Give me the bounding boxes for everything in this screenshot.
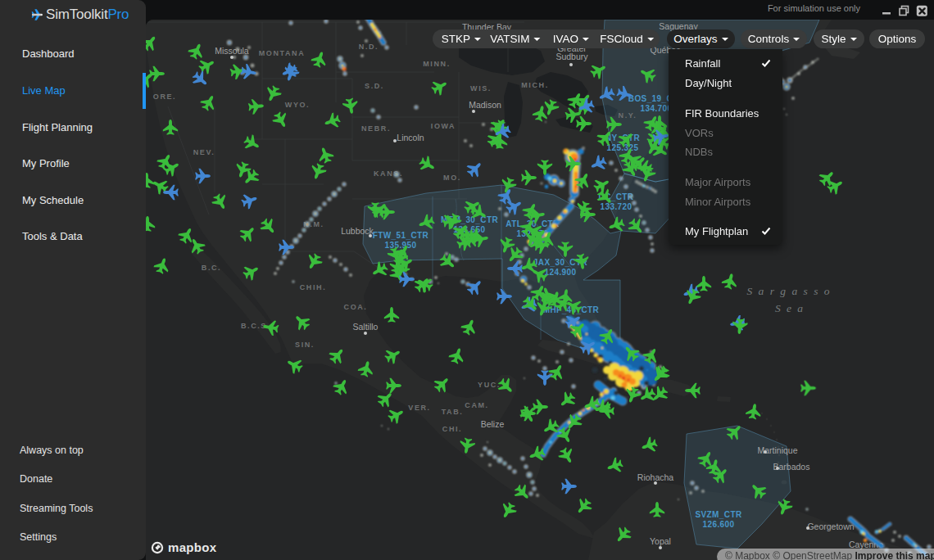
- svg-text:WIS.: WIS.: [470, 84, 492, 93]
- svg-text:N.D.: N.D.: [359, 43, 379, 51]
- svg-text:SIN.: SIN.: [295, 341, 315, 349]
- svg-text:MO.: MO.: [443, 174, 461, 182]
- svg-text:NEBR.: NEBR.: [361, 124, 391, 133]
- svg-text:133.720: 133.720: [601, 202, 632, 211]
- svg-text:N.Y.: N.Y.: [619, 111, 637, 120]
- svg-text:MICH.: MICH.: [521, 81, 549, 89]
- svg-text:Georgetown: Georgetown: [807, 522, 854, 531]
- svg-text:Barbados: Barbados: [773, 462, 810, 472]
- svg-text:Riohacha: Riohacha: [637, 472, 674, 482]
- svg-text:Sudbury: Sudbury: [555, 52, 588, 61]
- svg-text:CHI.: CHI.: [442, 425, 462, 433]
- svg-text:Missoula: Missoula: [215, 46, 249, 56]
- svg-text:COA.: COA.: [344, 303, 368, 311]
- svg-text:Lincoln: Lincoln: [397, 133, 424, 142]
- svg-text:IOWA: IOWA: [431, 122, 456, 130]
- svg-text:VER.: VER.: [408, 404, 430, 412]
- svg-text:Yopal: Yopal: [650, 536, 671, 546]
- svg-text:NEV.: NEV.: [193, 148, 215, 156]
- svg-text:ORE.: ORE.: [153, 93, 176, 101]
- svg-text:MONTANA: MONTANA: [259, 49, 306, 57]
- svg-text:CHIH.: CHIH.: [300, 283, 327, 291]
- svg-text:MINN.: MINN.: [423, 60, 451, 68]
- svg-text:Lubbock: Lubbock: [341, 226, 374, 236]
- svg-text:126.600: 126.600: [703, 520, 735, 529]
- svg-text:TAB.: TAB.: [442, 408, 464, 416]
- svg-text:Martinique: Martinique: [757, 445, 797, 455]
- svg-text:Madison: Madison: [469, 100, 501, 110]
- svg-text:135.950: 135.950: [385, 241, 417, 250]
- svg-text:S e a: S e a: [775, 302, 805, 314]
- svg-text:YUC.: YUC.: [478, 381, 501, 389]
- svg-text:Saltillo: Saltillo: [353, 322, 379, 332]
- svg-text:134.700: 134.700: [641, 104, 673, 113]
- svg-text:SVZM_CTR: SVZM_CTR: [695, 510, 741, 519]
- svg-text:FTW_51_CTR: FTW_51_CTR: [373, 231, 429, 240]
- svg-text:124.900: 124.900: [545, 268, 577, 277]
- svg-text:B.C.: B.C.: [202, 264, 221, 272]
- svg-text:WYO.: WYO.: [285, 101, 310, 109]
- svg-text:CAM.: CAM.: [465, 401, 488, 409]
- svg-text:S.D.: S.D.: [365, 82, 384, 90]
- svg-text:S a r g a s s o: S a r g a s s o: [746, 285, 831, 297]
- svg-text:Belize: Belize: [481, 419, 505, 429]
